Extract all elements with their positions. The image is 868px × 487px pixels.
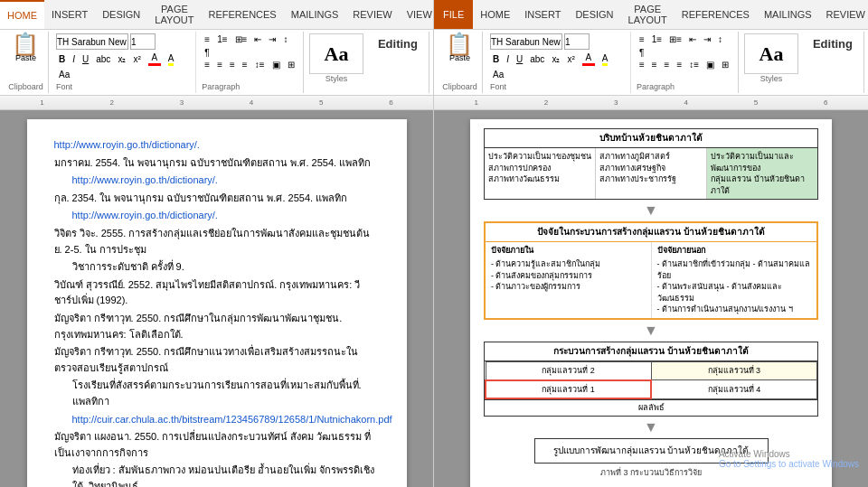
tab-design-left[interactable]: DESIGN [95,0,147,29]
right-ribbon-content: 📋 Paste Clipboard TH Sarabun New 1 B I U [434,30,868,95]
doc-line: โรงเรียนที่สังสรรค์ตามกระบวนการเรียนการส… [54,378,380,409]
styles-btn-right[interactable]: Aa Styles [744,33,798,91]
top-cols-row: ประวัติความเป็นมาของชุมชน สภาพการปกครอง … [485,148,817,199]
italic-btn-right[interactable]: I [504,53,512,65]
shading-btn-right[interactable]: ▣ [703,59,717,70]
clipboard-group-left: 📋 Paste Clipboard [4,32,49,93]
fontcolor-btn-left[interactable]: A [146,52,164,67]
tab-insert-left[interactable]: INSERT [44,0,95,29]
underline-btn-right[interactable]: U [514,53,525,65]
doc-line: มัญจริตา กรีฑาวุท. 2550. กรณีศึกษาในกลุ่… [54,311,380,342]
tab-references-left[interactable]: REFERENCES [202,0,284,29]
sort-btn-right[interactable]: ↕ [715,33,725,45]
font-size-input-right[interactable]: 1 [564,33,590,50]
linespace-btn-left[interactable]: ↕≡ [252,59,268,70]
numbering-btn-left[interactable]: 1≡ [214,33,230,45]
align-center-btn-right[interactable]: ≡ [649,59,660,70]
indent-dec-btn-left[interactable]: ⇤ [251,33,264,45]
paste-button-right[interactable]: 📋 Paste [446,33,474,64]
superscript-btn-left[interactable]: x² [130,53,143,65]
doc-line: มกราคม. 2554. ใน พจนานุกรม ฉบับราชบัณฑิต… [54,155,380,172]
left-ribbon-content: 📋 Paste Clipboard TH Sarabun New 1 B I U [0,30,433,95]
doc-line: วิชาการระดับชาติ ครั้งที่ 9. [54,259,380,276]
process2-title: กระบวนการสร้างกลุ่มแลรวน บ้านห้วยชินดาภา… [485,342,817,361]
font-name-input-right[interactable]: TH Sarabun New [490,33,562,50]
tab-mailings-right[interactable]: MAILINGS [757,0,819,29]
arrow-3: ▼ [484,420,818,435]
paragraph-label-right: Paragraph [637,80,675,91]
ruler-right: 1 2 3 4 5 6 [434,96,868,110]
doc-line: ท่องเที่ยว : สัมพันธภาพกวง หม่อนปนเตือรี… [54,463,380,487]
align-right-btn-left[interactable]: ≡ [227,59,238,70]
tab-review-right[interactable]: REVIEW [819,0,868,29]
left-ribbon-tabs: HOME INSERT DESIGN PAGE LAYOUT REFERENCE… [0,0,433,30]
indent-dec-btn-right[interactable]: ⇤ [686,33,699,45]
styles-label-left: Styles [326,74,348,83]
tab-review-left[interactable]: REVIEW [345,0,399,29]
border-btn-right[interactable]: ⊞ [719,59,731,70]
superscript-btn-right[interactable]: x² [564,53,577,65]
show-hide-btn-right[interactable]: ¶ [637,47,646,59]
tab-home-left[interactable]: HOME [0,0,44,29]
paragraph-group-left: ≡ 1≡ ⊞≡ ⇤ ⇥ ↕ ¶ ≡ ≡ ≡ ≡ ↕≡ ▣ [198,32,304,93]
win-activate-overlay: Activate Windows Go to Settings to activ… [719,449,859,469]
italic-btn-left[interactable]: I [70,53,78,65]
sort-btn-left[interactable]: ↕ [280,33,290,45]
tab-references-right[interactable]: REFERENCES [675,0,757,29]
indent-inc-btn-left[interactable]: ⇥ [266,33,278,45]
styles-editing-left: Aa Styles Editing [306,32,429,93]
multilevel-btn-left[interactable]: ⊞≡ [232,33,250,45]
strikethrough-btn-right[interactable]: abc [527,53,547,65]
tab-design-right[interactable]: DESIGN [568,0,620,29]
aa-btn-right[interactable]: Aa [490,69,506,80]
numbering-btn-right[interactable]: 1≡ [649,33,665,45]
bullets-btn-right[interactable]: ≡ [637,33,647,45]
show-hide-btn-left[interactable]: ¶ [202,47,212,59]
bold-btn-right[interactable]: B [490,53,502,65]
aa-btn-left[interactable]: Aa [56,69,72,80]
font-name-input-left[interactable]: TH Sarabun New [56,33,128,50]
texthl-btn-right[interactable]: A [599,52,611,67]
linespace-btn-right[interactable]: ↕≡ [686,59,702,70]
doc-line: http://www.royin.go.th/dictionary/. [54,137,380,154]
font-row-2: B I U abc x₂ x² A A Aa [56,52,190,80]
indent-inc-btn-right[interactable]: ⇥ [701,33,713,45]
paragraph-label-left: Paragraph [202,80,240,91]
win-activate-sub-text[interactable]: Go to Settings to activate Windows [719,459,859,469]
align-center-btn-left[interactable]: ≡ [214,59,225,70]
shading-btn-left[interactable]: ▣ [269,59,283,70]
border-btn-left[interactable]: ⊞ [285,59,297,70]
top-col-2: สภาพทางภูมิศาสตร์ สภาพทางเศรษฐกิจ สภาพทา… [596,148,707,199]
subscript-btn-right[interactable]: x₂ [549,53,562,65]
strikethrough-btn-left[interactable]: abc [93,53,113,65]
win-activate-text: Activate Windows [719,449,859,459]
styles-label-right: Styles [760,74,783,83]
tab-mailings-left[interactable]: MAILINGS [284,0,346,29]
font-size-input-left[interactable]: 1 [130,33,156,50]
tab-pagelayout-right[interactable]: PAGE LAYOUT [621,0,675,29]
tab-insert-right[interactable]: INSERT [517,0,568,29]
styles-btn-left[interactable]: Aa Styles [309,33,363,91]
align-right-btn-right[interactable]: ≡ [662,59,673,70]
texthl-btn-left[interactable]: A [165,52,177,67]
subscript-btn-left[interactable]: x₂ [115,53,128,65]
bold-btn-left[interactable]: B [56,53,68,65]
justify-btn-left[interactable]: ≡ [240,59,250,70]
group-1: กลุ่มแลรวนที่ 1 [486,380,651,399]
tab-home-right[interactable]: HOME [473,0,517,29]
align-left-btn-right[interactable]: ≡ [637,59,647,70]
doc-area-right[interactable]: บริบทบ้านห้วยชินดาภาใต้ ประวัติความเป็นม… [434,110,868,487]
multilevel-btn-right[interactable]: ⊞≡ [666,33,684,45]
bullets-btn-left[interactable]: ≡ [202,33,212,45]
doc-area-left[interactable]: http://www.royin.go.th/dictionary/. มกรา… [0,110,433,487]
tab-pagelayout-left[interactable]: PAGE LAYOUT [147,0,201,29]
fontcolor-btn-right[interactable]: A [580,52,598,67]
align-left-btn-left[interactable]: ≡ [202,59,212,70]
paste-button-left[interactable]: 📋 Paste [12,33,40,64]
tab-file-right[interactable]: FILE [434,0,473,29]
justify-btn-right[interactable]: ≡ [674,59,684,70]
font-group-left: TH Sarabun New 1 B I U abc x₂ x² A A Aa [51,32,196,93]
underline-btn-left[interactable]: U [80,53,91,65]
right-ribbon-tabs: FILE HOME INSERT DESIGN PAGE LAYOUT REFE… [434,0,868,30]
editing-section-left: Editing [371,33,425,91]
